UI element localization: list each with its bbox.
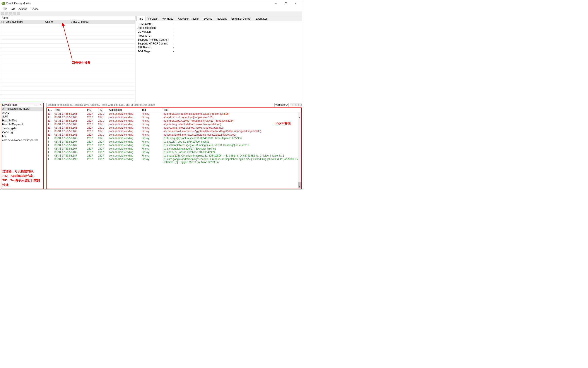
info-row: JVM Flags:- bbox=[138, 49, 300, 53]
menu-device[interactable]: Device bbox=[29, 7, 40, 11]
toolbar-button-1[interactable] bbox=[1, 12, 4, 15]
info-panel: InfoThreadsVM HeapAllocation TrackerSysi… bbox=[135, 16, 302, 102]
tab-event-log[interactable]: Event Log bbox=[253, 16, 270, 21]
filters-title: Saved Filters bbox=[2, 103, 18, 106]
main-body: Name emulator-5556Online? [5.1.1, debug]… bbox=[0, 16, 302, 189]
info-row: Supports Profiling Control:- bbox=[138, 38, 300, 42]
filter-item[interactable]: com.devadvance.rootinspector bbox=[1, 138, 43, 142]
toolbar-button-4[interactable] bbox=[13, 12, 16, 15]
window-buttons: ─ ☐ ✕ bbox=[271, 0, 301, 7]
close-button[interactable]: ✕ bbox=[291, 0, 301, 7]
filter-item[interactable]: HashSniffing bbox=[1, 119, 43, 122]
menu-edit[interactable]: Edit bbox=[9, 7, 17, 11]
tab-allocation-tracker[interactable]: Allocation Tracker bbox=[176, 16, 201, 21]
window-title: Dalvik Debug Monitor bbox=[6, 2, 31, 5]
app-window: Dalvik Debug Monitor ─ ☐ ✕ File Edit Act… bbox=[0, 0, 302, 190]
logcat-search-input[interactable] bbox=[47, 103, 273, 107]
logcat-scrollbar[interactable]: ▲ ▼ bbox=[298, 112, 301, 189]
filter-item[interactable]: HashSniffingresult bbox=[1, 122, 43, 127]
scroll-up-icon[interactable]: ▲ bbox=[298, 116, 301, 119]
app-icon bbox=[1, 2, 5, 5]
info-row: VM version:- bbox=[138, 30, 300, 34]
filter-item[interactable]: SUM bbox=[1, 115, 43, 119]
filter-item[interactable]: AXHC bbox=[1, 111, 43, 115]
info-row: DDM-aware?- bbox=[138, 22, 300, 26]
filter-item[interactable]: Go0sLog bbox=[1, 130, 43, 134]
logcat-header[interactable]: Tag bbox=[140, 108, 162, 112]
logcat-body: L...TimePIDTIDApplicationTagText E08-31 … bbox=[47, 108, 302, 189]
logcat-btn-3[interactable] bbox=[296, 103, 299, 106]
toolbar-button-5[interactable] bbox=[17, 12, 20, 15]
toolbar-button-2[interactable] bbox=[5, 12, 8, 15]
tab-network[interactable]: Network bbox=[215, 16, 229, 21]
logcat-row[interactable]: I08-31 17:56:58.18523172317com.android.v… bbox=[47, 150, 301, 154]
filters-panel: Saved Filters + − ✎ All messages (no fil… bbox=[1, 103, 44, 189]
menubar: File Edit Actions Device bbox=[0, 7, 302, 11]
info-body: DDM-aware?-App description:-VM version:-… bbox=[135, 21, 302, 102]
logcat-header[interactable]: Text bbox=[162, 108, 301, 112]
info-row: Process ID:- bbox=[138, 34, 300, 38]
tab-info[interactable]: Info bbox=[136, 16, 145, 21]
logcat-row[interactable]: I08-31 17:56:58.19023172317com.android.v… bbox=[47, 157, 301, 164]
tab-vm-heap[interactable]: VM Heap bbox=[160, 16, 176, 21]
logcat-level-select[interactable]: verbose bbox=[274, 103, 289, 107]
filters-header: Saved Filters + − ✎ bbox=[1, 103, 43, 107]
filter-item[interactable]: test bbox=[1, 134, 43, 138]
device-row[interactable]: emulator-5556Online? [5.1.1, debug] bbox=[0, 20, 135, 24]
logcat-row[interactable]: E08-31 17:56:58.16623172371com.android.v… bbox=[47, 129, 301, 133]
maximize-button[interactable]: ☐ bbox=[281, 0, 291, 7]
logcat-row[interactable]: E08-31 17:56:58.16623172371com.android.v… bbox=[47, 126, 301, 129]
device-panel: Name emulator-5556Online? [5.1.1, debug]… bbox=[0, 16, 135, 102]
menu-actions[interactable]: Actions bbox=[17, 7, 29, 11]
bottom-split: Saved Filters + − ✎ All messages (no fil… bbox=[0, 102, 302, 189]
logcat-row[interactable]: I08-31 17:56:58.16723172317com.android.v… bbox=[47, 147, 301, 150]
logcat-panel: Logcat界面 verbose L...TimePIDTID bbox=[47, 103, 302, 189]
logcat-header[interactable]: PID bbox=[86, 108, 97, 112]
filter-remove-icon[interactable]: − bbox=[37, 103, 39, 106]
scroll-down-icon[interactable]: ▼ bbox=[298, 185, 301, 189]
minimize-button[interactable]: ─ bbox=[271, 0, 281, 7]
logcat-btn-1[interactable] bbox=[290, 103, 292, 106]
top-split: Name emulator-5556Online? [5.1.1, debug]… bbox=[0, 16, 302, 102]
logcat-row[interactable]: E08-31 17:56:58.16623172371com.android.v… bbox=[47, 133, 301, 137]
device-table: emulator-5556Online? [5.1.1, debug] bbox=[0, 20, 135, 102]
toolbar bbox=[0, 11, 302, 16]
logcat-header[interactable]: TID bbox=[97, 108, 108, 112]
info-row: App description:- bbox=[138, 26, 300, 30]
logcat-row[interactable]: I08-31 17:56:58.16723172317com.android.v… bbox=[47, 143, 301, 147]
filters-list: All messages (no filters)AXHCSUMHashSnif… bbox=[1, 107, 43, 168]
filter-item[interactable]: xiaohongshu bbox=[1, 127, 43, 130]
logcat-row[interactable]: E08-31 17:56:58.16623172371com.android.v… bbox=[47, 112, 301, 116]
menu-file[interactable]: File bbox=[1, 7, 9, 11]
filters-annotation: 过滤器，可以根据内容、PID、Application包名、TID，Tag等表示进… bbox=[1, 168, 43, 189]
device-header: Name bbox=[0, 16, 135, 20]
tab-sysinfo[interactable]: Sysinfo bbox=[201, 16, 215, 21]
logcat-row[interactable]: I08-31 17:56:58.16723172317com.android.v… bbox=[47, 140, 301, 143]
titlebar: Dalvik Debug Monitor ─ ☐ ✕ bbox=[0, 0, 302, 7]
tab-emulator-control[interactable]: Emulator Control bbox=[229, 16, 253, 21]
logcat-toolbar: verbose bbox=[47, 103, 302, 107]
logcat-row[interactable]: I08-31 17:56:58.16623172371com.android.v… bbox=[47, 137, 301, 140]
logcat-header[interactable]: Time bbox=[53, 108, 86, 112]
logcat-row[interactable]: E08-31 17:56:58.16623172371com.android.v… bbox=[47, 116, 301, 119]
toolbar-button-3[interactable] bbox=[9, 12, 12, 15]
logcat-header[interactable]: L... bbox=[47, 108, 53, 112]
logcat-row[interactable]: I08-31 17:56:58.18723172317com.android.v… bbox=[47, 154, 301, 157]
filter-edit-icon[interactable]: ✎ bbox=[39, 104, 42, 106]
logcat-mini-buttons bbox=[290, 103, 302, 106]
filter-add-icon[interactable]: + bbox=[34, 103, 37, 106]
logcat-row[interactable]: E08-31 17:56:58.16623172371com.android.v… bbox=[47, 119, 301, 122]
filter-item[interactable]: All messages (no filters) bbox=[1, 107, 43, 111]
logcat-header[interactable]: Application bbox=[108, 108, 140, 112]
logcat-btn-2[interactable] bbox=[293, 103, 296, 106]
tab-threads[interactable]: Threads bbox=[145, 16, 160, 21]
info-row: Supports HPROF Control:- bbox=[138, 42, 300, 46]
logcat-row[interactable]: E08-31 17:56:58.16623172371com.android.v… bbox=[47, 122, 301, 126]
info-row: ABI Flavor:- bbox=[138, 46, 300, 49]
tabs: InfoThreadsVM HeapAllocation TrackerSysi… bbox=[135, 16, 302, 21]
logcat-btn-4[interactable] bbox=[299, 103, 302, 106]
